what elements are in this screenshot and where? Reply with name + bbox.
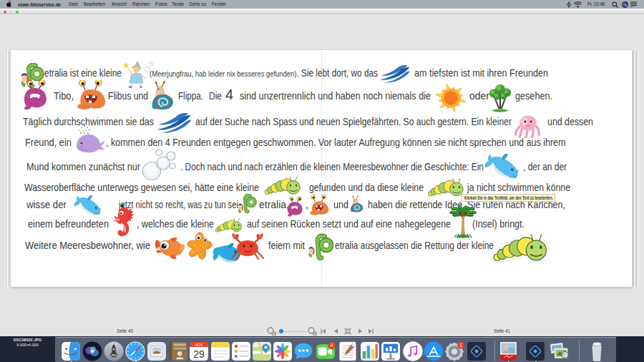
svg-text:4: 4 xyxy=(331,343,333,348)
svg-text:29: 29 xyxy=(193,348,205,360)
svg-text:NOV: NOV xyxy=(195,343,203,346)
svg-text:1: 1 xyxy=(459,342,462,347)
